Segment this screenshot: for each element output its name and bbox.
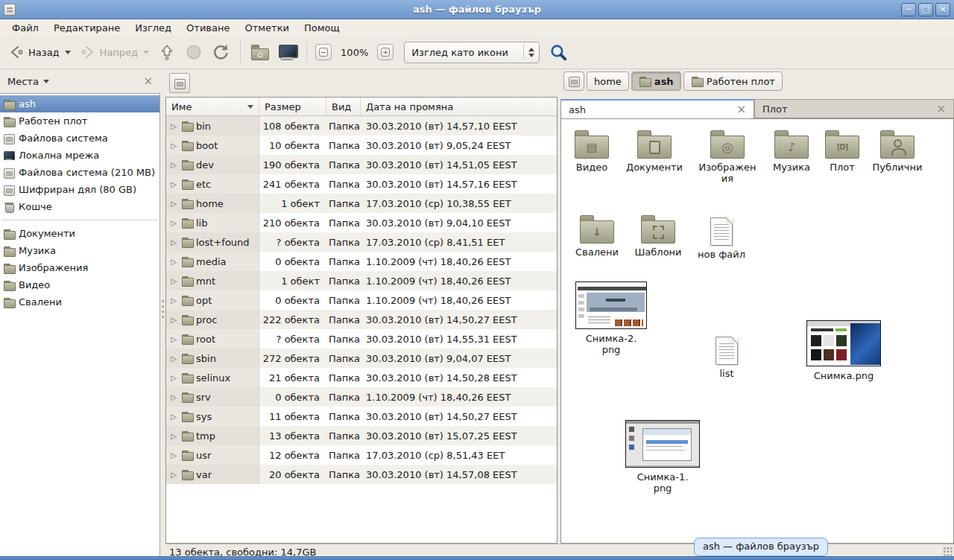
sidebar-item-ash[interactable]: ash [0,95,159,112]
file-item-documents[interactable]: Документи [621,128,688,173]
tree-row-media[interactable]: ▷media0 обектаПапка1.10.2009 (чт) 18,40,… [166,252,557,271]
sidebar-item-pictures[interactable]: Изображения [0,259,159,276]
column-header-size[interactable]: Размер [259,98,326,115]
tree-row-proc[interactable]: ▷proc222 обектаПапка30.03.2010 (вт) 14,5… [166,310,557,329]
spinner-icon[interactable] [528,48,534,57]
expander-icon[interactable]: ▷ [169,258,178,266]
expander-icon[interactable]: ▷ [169,432,178,440]
sidebar-item-network[interactable]: Локална мрежа [0,147,159,164]
maximize-button[interactable]: □ [918,3,933,16]
chevron-down-icon[interactable] [65,51,71,54]
tree-row-srv[interactable]: ▷srv0 обектаПапка1.10.2009 (чт) 18,40,26… [166,387,557,407]
tree-row-lost+found[interactable]: ▷lost+found? обектаПапка17.03.2010 (ср) … [166,232,557,252]
expander-icon[interactable]: ▷ [169,219,178,227]
tree-row-mnt[interactable]: ▷mnt1 обектПапка1.10.2009 (чт) 18,40,26 … [166,271,557,290]
tree-row-boot[interactable]: ▷boot10 обектаПапка30.03.2010 (вт) 9,05,… [166,136,557,155]
tab-close-icon[interactable]: × [736,104,746,115]
tree-row-selinux[interactable]: ▷selinux21 обектаПапка30.03.2010 (вт) 14… [166,368,557,387]
sidebar-item-encrypted-80[interactable]: Шифриран дял (80 GB) [0,181,159,198]
tab-close-icon[interactable]: × [936,104,946,114]
file-item-snimka[interactable]: Снимка.png [798,320,889,381]
expander-icon[interactable]: ▷ [169,180,178,188]
zoom-in-button[interactable]: + [377,44,394,60]
tree-row-sbin[interactable]: ▷sbin272 обектаПапка30.03.2010 (вт) 9,04… [166,349,557,368]
tree-row-var[interactable]: ▷var20 обектаПапка30.03.2010 (вт) 14,57,… [166,465,557,484]
expander-icon[interactable]: ▷ [169,316,178,324]
expander-icon[interactable]: ▷ [169,471,178,479]
file-item-templates[interactable]: Шаблони [630,213,686,258]
file-item-snimka-2[interactable]: Снимка-2.png [570,281,652,355]
titlebar[interactable]: ash — файлов браузър − □ × [0,0,954,19]
file-item-snimka-1[interactable]: Снимка-1.png [618,420,707,494]
expander-icon[interactable]: ▷ [169,413,178,421]
search-button[interactable] [549,42,569,63]
expander-icon[interactable]: ▷ [169,451,178,459]
expander-icon[interactable]: ▷ [169,374,178,382]
expander-icon[interactable]: ▷ [169,296,178,305]
tree-row-etc[interactable]: ▷etc241 обектаПапка30.03.2010 (вт) 14,57… [166,174,557,194]
expander-icon[interactable]: ▷ [169,335,178,343]
file-item-video[interactable]: Видео [564,128,619,173]
view-mode-select[interactable]: Изглед като икони [404,42,540,63]
column-header-type[interactable]: Вид [326,98,361,115]
expander-icon[interactable]: ▷ [169,122,178,130]
zoom-out-button[interactable]: − [315,44,332,60]
sidebar-item-filesystem[interactable]: Файлова система [0,130,159,147]
column-header-name[interactable]: Име [166,98,259,115]
tree-row-tmp[interactable]: ▷tmp13 обектаПапка30.03.2010 (вт) 15,07,… [166,426,557,445]
menu-item-go[interactable]: Отиване [179,21,237,35]
up-button[interactable] [154,40,180,64]
breadcrumb-desktop[interactable]: Работен плот [683,71,783,91]
tree-row-sys[interactable]: ▷sys11 обектаПапка30.03.2010 (вт) 14,50,… [166,407,557,426]
menu-item-edit[interactable]: Редактиране [46,21,127,35]
menu-item-bookmarks[interactable]: Отметки [237,21,296,35]
tab-plot[interactable]: Плот× [754,99,954,118]
computer-button[interactable] [274,42,300,63]
file-item-pictures[interactable]: Изображения [694,128,761,184]
expander-icon[interactable]: ▷ [169,238,178,246]
expander-icon[interactable]: ▷ [169,393,178,401]
breadcrumb-root[interactable] [563,71,584,91]
forward-button[interactable]: Напред [76,41,153,63]
menu-item-file[interactable]: Файл [4,21,46,35]
sidebar-title[interactable]: Места [7,76,39,87]
breadcrumb-ash[interactable]: ash [631,71,681,91]
pane-splitter[interactable] [160,69,165,560]
file-item-new-file[interactable]: нов файл [692,213,751,260]
tree-row-usr[interactable]: ▷usr12 обектаПапка17.03.2010 (ср) 8,51,4… [166,445,557,465]
tree-row-home[interactable]: ▷home1 обектПапка17.03.2010 (ср) 10,38,5… [166,194,557,213]
file-item-music[interactable]: Музика [764,128,819,173]
expander-icon[interactable]: ▷ [169,141,178,150]
expander-icon[interactable]: ▷ [169,354,178,363]
tree-row-dev[interactable]: ▷dev190 обектаПапка30.03.2010 (вт) 14,51… [166,155,557,174]
menu-item-help[interactable]: Помощ [297,21,347,35]
chevron-down-icon[interactable] [43,80,49,83]
breadcrumb-home[interactable]: home [587,71,629,91]
stop-button[interactable] [181,40,206,64]
close-button[interactable]: × [935,3,950,16]
minimize-button[interactable]: − [901,3,916,16]
tree-row-lib[interactable]: ▷lib210 обектаПапка30.03.2010 (вт) 9,04,… [166,213,557,232]
file-item-public[interactable]: Публични [865,128,929,173]
tree-row-bin[interactable]: ▷bin108 обектаПапка30.03.2010 (вт) 14,57… [166,116,557,136]
menu-item-view[interactable]: Изглед [127,21,179,35]
file-item-plot[interactable]: Плот [819,128,865,173]
home-button[interactable] [247,41,273,63]
tree-row-opt[interactable]: ▷opt0 обектаПапка1.10.2009 (чт) 18,40,26… [166,290,557,310]
sidebar-item-trash[interactable]: Кошче [0,198,159,215]
file-item-downloads[interactable]: Свалени [569,213,625,258]
tree-row-root[interactable]: ▷root? обектаПапка30.03.2010 (вт) 14,55,… [166,329,557,349]
sidebar-item-music[interactable]: Музика [0,242,159,259]
tab-ash[interactable]: ash× [560,99,754,118]
expander-icon[interactable]: ▷ [169,161,178,169]
sidebar-item-documents[interactable]: Документи [0,225,159,242]
back-button[interactable]: Назад [4,41,75,63]
sidebar-close-icon[interactable]: × [143,76,153,86]
sidebar-item-video[interactable]: Видео [0,276,159,293]
reload-button[interactable] [208,40,233,64]
sidebar-item-filesystem-210[interactable]: Файлова система (210 MB) [0,164,159,181]
expander-icon[interactable]: ▷ [169,277,178,285]
sidebar-item-desktop[interactable]: Работен плот [0,112,159,130]
file-item-list[interactable]: list [700,332,754,379]
expander-icon[interactable]: ▷ [169,200,178,208]
